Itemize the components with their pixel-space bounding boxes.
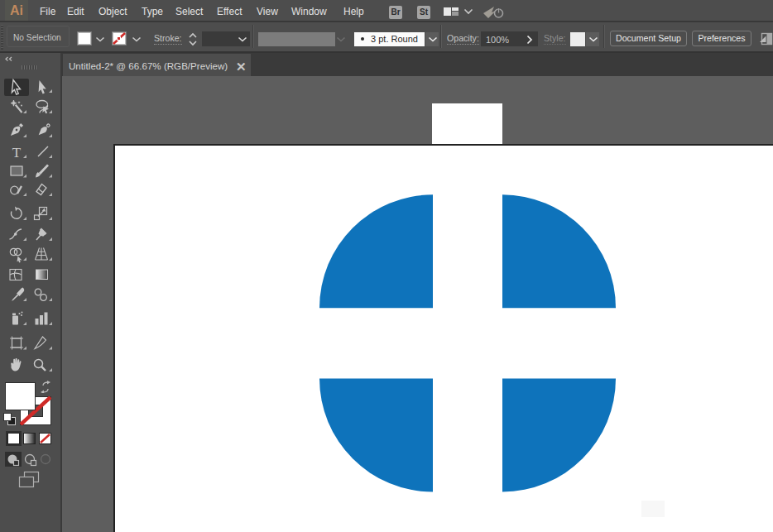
svg-text:T: T xyxy=(12,145,22,161)
